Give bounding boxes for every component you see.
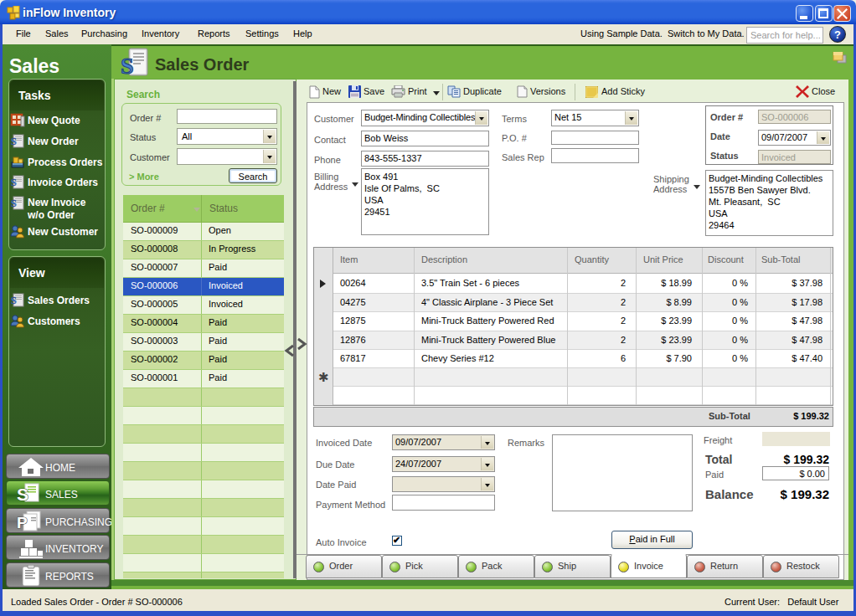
svg-text:S: S xyxy=(11,136,17,147)
svg-text:S: S xyxy=(11,198,17,209)
svg-text:S: S xyxy=(17,485,28,504)
svg-text:P: P xyxy=(17,514,28,531)
svg-text:S: S xyxy=(11,177,17,188)
svg-text:S: S xyxy=(11,295,17,306)
svg-text:S: S xyxy=(121,53,134,78)
